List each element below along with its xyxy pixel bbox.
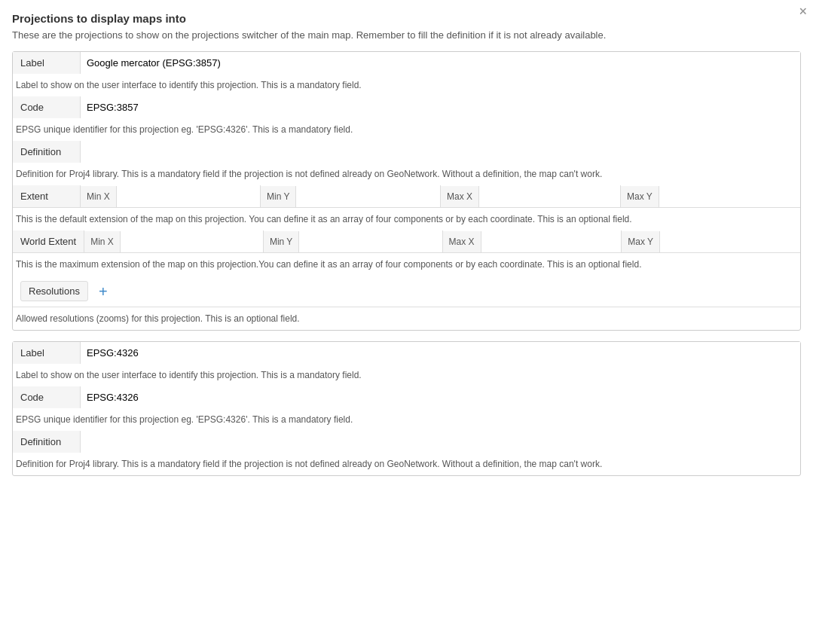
add-resolution-button-1[interactable]: +	[96, 284, 111, 299]
extent-coord-group-1: Min X Min Y Max X Max Y	[81, 185, 800, 207]
label-field-row-2: Label	[13, 342, 800, 364]
world-minx-input-1[interactable]	[121, 230, 263, 252]
label-field-desc-2: Label to show on the user interface to i…	[16, 367, 797, 386]
definition-input-2[interactable]	[81, 431, 800, 453]
definition-field-row-2: Definition	[13, 431, 800, 453]
resolutions-label-1: Resolutions	[20, 281, 88, 301]
label-field-row-1: Label	[13, 52, 800, 74]
extent-maxy-label-1: Max Y	[621, 186, 659, 207]
world-maxx-item-1: Max X	[443, 230, 622, 252]
extent-miny-label-1: Min Y	[261, 186, 296, 207]
projection-block-1: × Label Label to show on the user interf…	[12, 51, 801, 331]
code-field-desc-2: EPSG unique identifier for this projecti…	[16, 411, 797, 431]
remove-projection-2-button[interactable]: ×	[799, 5, 807, 18]
label-input-1[interactable]	[81, 52, 800, 74]
extent-minx-input-1[interactable]	[117, 185, 260, 207]
extent-maxx-label-1: Max X	[441, 186, 479, 207]
extent-row-1: Extent Min X Min Y Max X Max Y	[13, 185, 800, 208]
label-field-desc-1: Label to show on the user interface to i…	[16, 77, 797, 96]
definition-field-row-1: Definition	[13, 141, 800, 163]
code-field-row-1: Code	[13, 96, 800, 118]
code-field-label-2: Code	[13, 386, 81, 408]
extent-miny-item-1: Min Y	[261, 185, 441, 207]
code-field-label-1: Code	[13, 96, 81, 118]
definition-field-wrapper-1: Definition	[13, 141, 800, 163]
extent-minx-item-1: Min X	[81, 185, 261, 207]
world-maxy-input-1[interactable]	[660, 230, 800, 252]
code-field-wrapper-2: Code	[13, 386, 800, 408]
definition-field-desc-2: Definition for Proj4 library. This is a …	[16, 456, 797, 475]
world-minx-label-1: Min X	[84, 231, 121, 252]
code-field-row-2: Code	[13, 386, 800, 408]
projection-block-2: × Label Label to show on the user interf…	[12, 341, 801, 476]
code-input-1[interactable]	[81, 96, 800, 118]
world-miny-item-1: Min Y	[264, 230, 443, 252]
label-field-wrapper-1: Label	[13, 52, 800, 74]
world-maxx-label-1: Max X	[443, 231, 481, 252]
world-extent-label-1: World Extent	[13, 230, 84, 252]
resolutions-wrapper-1: Resolutions +	[13, 276, 800, 307]
label-field-label-1: Label	[13, 52, 81, 74]
definition-field-label-1: Definition	[13, 141, 81, 163]
label-field-wrapper-2: Label	[13, 342, 800, 364]
world-extent-row-1: World Extent Min X Min Y Max X Max Y	[13, 230, 800, 253]
resolutions-row-1: Resolutions +	[13, 276, 800, 307]
page-title: Projections to display maps into	[12, 12, 801, 25]
label-field-label-2: Label	[13, 342, 81, 364]
extent-field-desc-1: This is the default extension of the map…	[16, 211, 797, 230]
world-maxy-label-1: Max Y	[622, 231, 660, 252]
extent-maxx-item-1: Max X	[441, 185, 621, 207]
code-input-2[interactable]	[81, 386, 800, 408]
world-maxx-input-1[interactable]	[481, 230, 622, 252]
extent-label-1: Extent	[13, 185, 81, 207]
code-field-wrapper-1: Code	[13, 96, 800, 118]
extent-maxy-item-1: Max Y	[621, 185, 800, 207]
world-minx-item-1: Min X	[84, 230, 264, 252]
resolutions-field-desc-1: Allowed resolutions (zooms) for this pro…	[16, 310, 797, 330]
world-miny-label-1: Min Y	[264, 231, 299, 252]
definition-field-wrapper-2: Definition	[13, 431, 800, 453]
extent-field-wrapper-1: Extent Min X Min Y Max X Max Y	[13, 185, 800, 208]
extent-minx-label-1: Min X	[81, 186, 117, 207]
world-extent-coord-group-1: Min X Min Y Max X Max Y	[84, 230, 800, 252]
page-description: These are the projections to show on the…	[12, 29, 801, 41]
extent-miny-input-1[interactable]	[296, 185, 440, 207]
code-field-desc-1: EPSG unique identifier for this projecti…	[16, 121, 797, 141]
world-extent-field-desc-1: This is the maximum extension of the map…	[16, 256, 797, 276]
extent-maxy-input-1[interactable]	[659, 185, 800, 207]
definition-field-desc-1: Definition for Proj4 library. This is a …	[16, 166, 797, 185]
extent-maxx-input-1[interactable]	[479, 185, 620, 207]
definition-input-1[interactable]	[81, 141, 800, 163]
world-maxy-item-1: Max Y	[622, 230, 800, 252]
label-input-2[interactable]	[81, 342, 800, 364]
world-extent-field-wrapper-1: World Extent Min X Min Y Max X Max Y	[13, 230, 800, 253]
definition-field-label-2: Definition	[13, 431, 81, 453]
world-miny-input-1[interactable]	[299, 230, 442, 252]
